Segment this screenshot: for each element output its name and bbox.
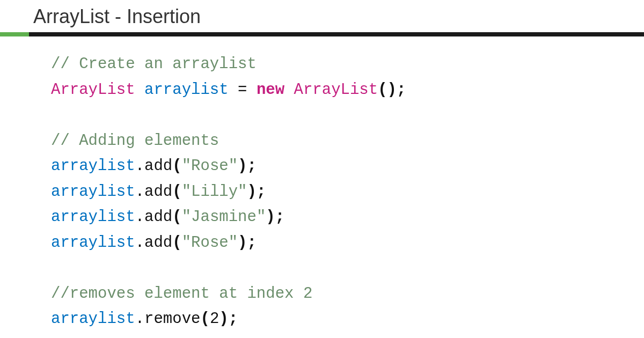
punct-token: ); xyxy=(266,208,284,226)
punct-token: ( xyxy=(172,208,181,226)
dot-token: . xyxy=(135,208,144,226)
equals-token: = xyxy=(229,81,257,99)
dark-bar xyxy=(29,32,644,36)
punct-token: ); xyxy=(238,234,257,252)
blank-line xyxy=(51,102,644,128)
dot-token: . xyxy=(135,183,144,201)
string-token: "Jasmine" xyxy=(182,208,266,226)
method-token: add xyxy=(144,234,172,252)
code-line-add: arraylist.add("Rose"); xyxy=(51,230,644,256)
string-token: "Rose" xyxy=(182,157,238,175)
code-line-comment: // Adding elements xyxy=(51,128,644,154)
string-token: "Rose" xyxy=(182,234,238,252)
variable-token: arraylist xyxy=(51,183,135,201)
code-block: // Create an arraylist ArrayList arrayli… xyxy=(0,36,644,332)
keyword-token: new xyxy=(257,81,284,99)
type-token: ArrayList xyxy=(51,81,135,99)
blank-line xyxy=(51,255,644,281)
punct-token: ( xyxy=(200,310,209,328)
space-token xyxy=(284,81,294,99)
code-line-comment: //removes element at index 2 xyxy=(51,281,644,307)
string-token: "Lilly" xyxy=(182,183,247,201)
number-token: 2 xyxy=(210,310,219,328)
method-token: add xyxy=(144,183,172,201)
comment-text: // Create an arraylist xyxy=(51,55,257,73)
slide-title: ArrayList - Insertion xyxy=(0,0,644,32)
title-divider xyxy=(0,32,644,36)
accent-bar xyxy=(0,32,29,36)
punct-token: ); xyxy=(219,310,238,328)
dot-token: . xyxy=(135,310,144,328)
dot-token: . xyxy=(135,157,144,175)
variable-token: arraylist xyxy=(51,310,135,328)
punct-token: ( xyxy=(172,234,181,252)
variable-token: arraylist xyxy=(51,208,135,226)
punct-token: ); xyxy=(247,183,266,201)
comment-text: // Adding elements xyxy=(51,132,219,150)
variable-token: arraylist xyxy=(144,81,229,99)
variable-token: arraylist xyxy=(51,234,135,252)
variable-token: arraylist xyxy=(51,157,135,175)
code-line-add: arraylist.add("Jasmine"); xyxy=(51,204,644,230)
code-line-remove: arraylist.remove(2); xyxy=(51,306,644,332)
comment-text: //removes element at index 2 xyxy=(51,285,312,303)
method-token: add xyxy=(144,157,172,175)
punct-token: ( xyxy=(172,157,181,175)
code-line-add: arraylist.add("Lilly"); xyxy=(51,179,644,205)
punct-token: (); xyxy=(378,81,406,99)
code-line-add: arraylist.add("Rose"); xyxy=(51,153,644,179)
space-token xyxy=(135,81,144,99)
dot-token: . xyxy=(135,234,144,252)
code-line-declaration: ArrayList arraylist = new ArrayList(); xyxy=(51,77,644,103)
method-token: add xyxy=(144,208,172,226)
code-line-comment: // Create an arraylist xyxy=(51,52,644,77)
punct-token: ( xyxy=(172,183,181,201)
punct-token: ); xyxy=(238,157,257,175)
type-token: ArrayList xyxy=(294,81,378,99)
method-token: remove xyxy=(144,310,200,328)
